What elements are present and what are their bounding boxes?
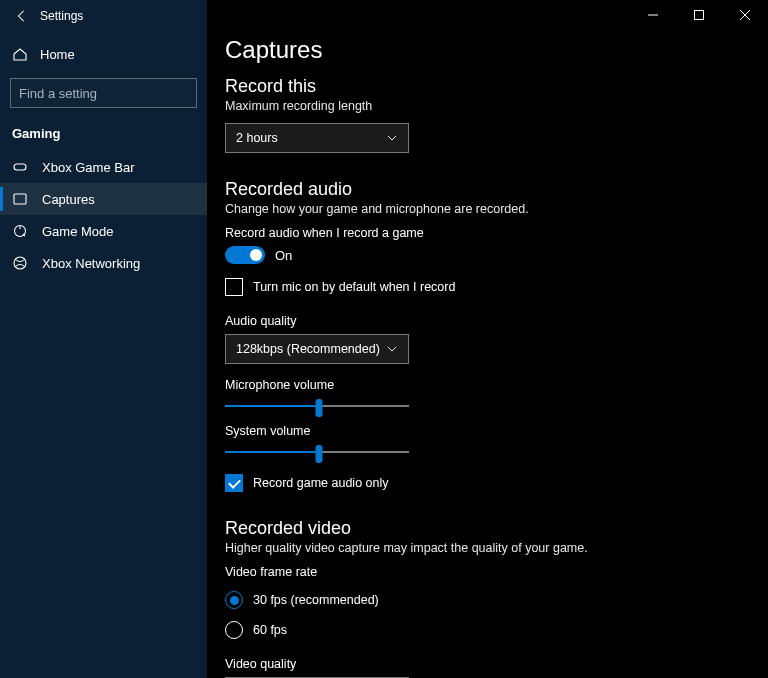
record-audio-toggle[interactable]: [225, 246, 265, 264]
svg-rect-3: [14, 194, 26, 204]
sidebar-item-xbox-game-bar[interactable]: Xbox Game Bar: [0, 151, 207, 183]
chevron-down-icon: [386, 132, 398, 144]
svg-rect-2: [14, 164, 26, 170]
nav-label: Xbox Networking: [42, 256, 140, 271]
game-mode-icon: [12, 223, 28, 239]
svg-rect-7: [695, 11, 704, 20]
mic-default-label: Turn mic on by default when I record: [253, 280, 455, 294]
fps-30-label: 30 fps (recommended): [253, 593, 379, 607]
svg-point-0: [187, 93, 188, 94]
frame-rate-label: Video frame rate: [225, 565, 750, 579]
toggle-state: On: [275, 248, 292, 263]
mic-default-checkbox-row[interactable]: Turn mic on by default when I record: [225, 278, 750, 296]
audio-quality-select[interactable]: 128kbps (Recommended): [225, 334, 409, 364]
sys-volume-slider[interactable]: [225, 444, 409, 460]
game-audio-only-label: Record game audio only: [253, 476, 389, 490]
mic-default-checkbox[interactable]: [225, 278, 243, 296]
mic-volume-label: Microphone volume: [225, 378, 750, 392]
fps-60-row[interactable]: 60 fps: [225, 621, 750, 639]
select-value: 128kbps (Recommended): [236, 342, 380, 356]
home-label: Home: [40, 47, 75, 62]
max-length-select[interactable]: 2 hours: [225, 123, 409, 153]
section-recorded-video-title: Recorded video: [225, 518, 750, 539]
captures-icon: [12, 191, 28, 207]
fps-60-radio[interactable]: [225, 621, 243, 639]
main-content: Captures Record this Maximum recording l…: [207, 0, 768, 678]
section-recorded-video-sub: Higher quality video capture may impact …: [225, 541, 750, 555]
back-button[interactable]: [8, 2, 36, 30]
game-audio-only-checkbox[interactable]: [225, 474, 243, 492]
section-recorded-audio-title: Recorded audio: [225, 179, 750, 200]
titlebar: Settings: [0, 0, 207, 32]
section-recorded-audio-sub: Change how your game and microphone are …: [225, 202, 750, 216]
minimize-button[interactable]: [630, 0, 676, 30]
close-icon: [740, 10, 750, 20]
game-bar-icon: [12, 159, 28, 175]
nav-label: Game Mode: [42, 224, 114, 239]
home-button[interactable]: Home: [0, 38, 207, 70]
chevron-down-icon: [386, 343, 398, 355]
audio-quality-label: Audio quality: [225, 314, 750, 328]
settings-window: Settings Home Gaming Xbox Game Bar Captu…: [0, 0, 768, 678]
window-controls: [630, 0, 768, 30]
app-title: Settings: [40, 9, 83, 23]
maximize-icon: [694, 10, 704, 20]
game-audio-only-row[interactable]: Record game audio only: [225, 474, 750, 492]
sidebar-item-game-mode[interactable]: Game Mode: [0, 215, 207, 247]
close-button[interactable]: [722, 0, 768, 30]
select-value: 2 hours: [236, 131, 278, 145]
arrow-left-icon: [15, 9, 29, 23]
sys-volume-group: System volume: [225, 424, 750, 460]
search-box[interactable]: [10, 78, 197, 108]
fps-30-radio[interactable]: [225, 591, 243, 609]
sidebar-item-xbox-networking[interactable]: Xbox Networking: [0, 247, 207, 279]
home-icon: [12, 46, 28, 62]
search-icon: [187, 86, 188, 100]
minimize-icon: [648, 10, 658, 20]
sys-volume-label: System volume: [225, 424, 750, 438]
mic-volume-group: Microphone volume: [225, 378, 750, 414]
sidebar: Settings Home Gaming Xbox Game Bar Captu…: [0, 0, 207, 678]
fps-30-row[interactable]: 30 fps (recommended): [225, 591, 750, 609]
nav-section-title: Gaming: [0, 122, 207, 151]
record-audio-toggle-label: Record audio when I record a game: [225, 226, 750, 240]
video-quality-label: Video quality: [225, 657, 750, 671]
nav-label: Captures: [42, 192, 95, 207]
page-title: Captures: [225, 36, 750, 64]
maximize-button[interactable]: [676, 0, 722, 30]
svg-point-5: [14, 257, 26, 269]
sidebar-item-captures[interactable]: Captures: [0, 183, 207, 215]
mic-volume-slider[interactable]: [225, 398, 409, 414]
section-record-this-title: Record this: [225, 76, 750, 97]
xbox-icon: [12, 255, 28, 271]
record-audio-toggle-row: On: [225, 246, 750, 264]
fps-60-label: 60 fps: [253, 623, 287, 637]
search-input[interactable]: [19, 86, 187, 101]
section-record-this-sub: Maximum recording length: [225, 99, 750, 113]
nav-label: Xbox Game Bar: [42, 160, 135, 175]
